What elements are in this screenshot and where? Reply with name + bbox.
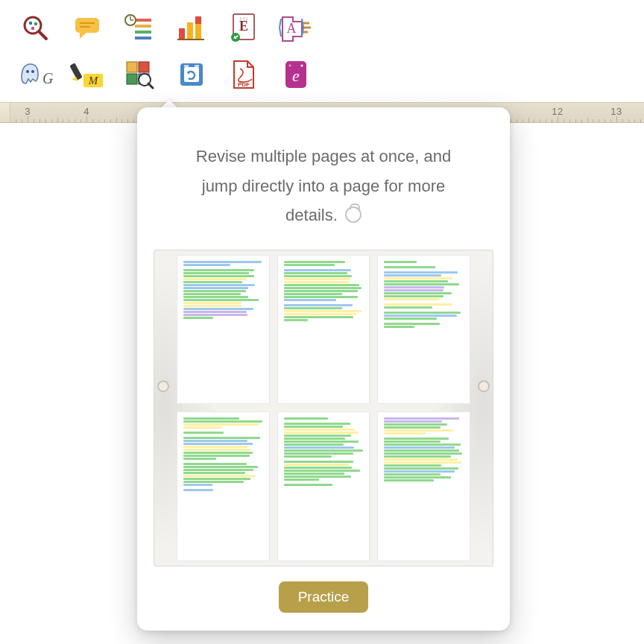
- comment-bubble-icon[interactable]: [73, 13, 101, 42]
- svg-line-43: [148, 83, 153, 88]
- ghost-grammar-icon[interactable]: G: [21, 60, 49, 89]
- svg-rect-47: [184, 65, 189, 67]
- svg-point-52: [300, 64, 303, 66]
- svg-point-4: [31, 27, 34, 30]
- svg-rect-19: [195, 16, 201, 24]
- svg-rect-48: [195, 65, 199, 67]
- svg-rect-39: [139, 62, 149, 72]
- svg-line-1: [39, 31, 46, 39]
- toolbar-row-2: G M PDF e: [21, 60, 644, 89]
- svg-point-32: [31, 70, 34, 73]
- svg-rect-16: [179, 28, 185, 39]
- svg-rect-5: [75, 18, 99, 33]
- preview-nav-left[interactable]: [157, 380, 169, 392]
- pages-review-popover: Revise multiple pages at once, and jump …: [137, 107, 510, 631]
- document-sync-icon[interactable]: [177, 60, 206, 89]
- svg-point-31: [26, 70, 29, 73]
- ruler-number: 3: [25, 106, 31, 117]
- bar-chart-icon[interactable]: [177, 13, 206, 42]
- clock-notes-icon[interactable]: [125, 13, 154, 42]
- preview-page[interactable]: [177, 411, 270, 561]
- svg-rect-10: [135, 25, 151, 28]
- pdf-export-icon[interactable]: PDF: [230, 60, 258, 89]
- svg-text:E: E: [239, 19, 248, 34]
- svg-point-2: [29, 22, 32, 25]
- ring-icon: [345, 206, 362, 223]
- popover-arrow: [158, 98, 180, 108]
- ruler-number: 12: [552, 106, 563, 117]
- svg-text:PDF: PDF: [238, 81, 250, 88]
- svg-point-53: [289, 65, 291, 67]
- preview-page[interactable]: [177, 255, 270, 405]
- svg-text:G: G: [42, 70, 54, 86]
- svg-rect-17: [187, 22, 193, 39]
- ruler-number: 4: [83, 106, 89, 117]
- epub-export-icon[interactable]: e: [282, 60, 310, 89]
- svg-rect-12: [135, 37, 151, 40]
- font-inspector-icon[interactable]: A: [282, 13, 310, 42]
- preview-nav-right[interactable]: [478, 380, 490, 392]
- svg-rect-38: [127, 62, 137, 72]
- magnifier-palette-icon[interactable]: [21, 13, 49, 42]
- highlight-marker-icon[interactable]: M: [73, 60, 101, 89]
- practice-button[interactable]: Practice: [279, 581, 369, 613]
- preview-page[interactable]: [377, 255, 470, 405]
- pages-preview: [154, 250, 493, 566]
- pages-review-icon[interactable]: [125, 60, 154, 89]
- svg-marker-6: [80, 32, 87, 39]
- svg-rect-40: [127, 74, 137, 84]
- svg-rect-9: [135, 19, 151, 22]
- export-etsy-icon[interactable]: E: [230, 13, 258, 42]
- preview-page[interactable]: [277, 411, 370, 561]
- preview-page[interactable]: [277, 255, 370, 405]
- svg-point-3: [34, 22, 37, 25]
- svg-text:A: A: [287, 21, 297, 36]
- toolbar: E A G M PDF e: [0, 0, 644, 102]
- preview-page[interactable]: [377, 411, 470, 561]
- svg-text:M: M: [88, 75, 99, 86]
- popover-description: Revise multiple pages at once, and jump …: [154, 142, 493, 230]
- ruler-number: 13: [610, 106, 622, 117]
- svg-rect-11: [135, 31, 151, 34]
- svg-text:e: e: [292, 66, 300, 85]
- toolbar-row-1: E A: [21, 13, 644, 42]
